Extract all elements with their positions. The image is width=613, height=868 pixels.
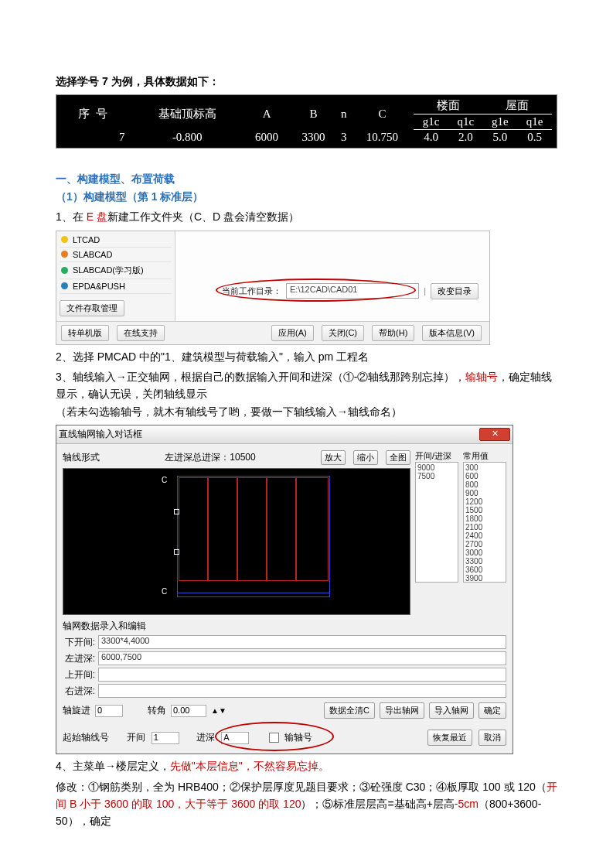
axis-rotate-input[interactable]: 0 — [95, 705, 123, 717]
import-grid-button[interactable]: 导入轴网 — [429, 702, 474, 719]
hdr-base: 基础顶标高 — [131, 97, 243, 130]
sub-g1e: g1e — [483, 114, 518, 130]
convert-standalone-button[interactable]: 转单机版 — [61, 325, 109, 341]
workdir-label: 当前工作目录： — [222, 285, 281, 297]
intro-heading: 选择学号 7 为例，具体数据如下： — [56, 73, 557, 90]
cell-A: 6000 — [243, 130, 290, 145]
left-depth-label: 左进深: — [63, 652, 95, 665]
stepper-icon[interactable]: ▲▼ — [211, 706, 226, 715]
start-axis-label: 起始轴线号 — [63, 731, 109, 744]
step-1: 1、在 E 盘新建工作文件夹（C、D 盘会清空数据） — [56, 208, 557, 225]
axis-grid-dialog: 直线轴网输入对话框 ✕ 轴线形式 左进深总进深：10500 放大 缩小 全图 — [56, 425, 513, 754]
hdr-roof: 屋面 — [483, 97, 552, 114]
hdr-A: A — [243, 97, 290, 130]
version-info-button[interactable]: 版本信息(V) — [422, 325, 482, 341]
sidebar-item-slabcad[interactable]: SLABCAD — [60, 248, 172, 262]
cell-base: -0.800 — [131, 130, 243, 145]
grid-data-section-label: 轴网数据录入和编辑 — [63, 620, 506, 633]
cell-g1e: 5.0 — [483, 130, 518, 145]
step-2: 2、选择 PMCAD 中的"1、建筑模型与荷载输入"，输入 pm 工程名 — [56, 348, 557, 365]
data-table-screenshot: 序号 基础顶标高 A B n C 楼面 屋面 g1c q1c g1e q1e 7… — [56, 94, 557, 149]
module-icon — [61, 251, 68, 258]
left-depth-input[interactable]: 6000,7500 — [98, 651, 506, 665]
sub-q1e: q1e — [517, 114, 552, 130]
separator-icon: | — [424, 286, 426, 296]
common-values-list[interactable]: 3006008009001200150018002100240027003000… — [463, 462, 506, 583]
zoom-out-button[interactable]: 缩小 — [353, 450, 378, 465]
ok-button[interactable]: 确定 — [478, 702, 506, 719]
axis-grid-preview: C C — [140, 472, 333, 611]
change-dir-button[interactable]: 改变目录 — [431, 283, 478, 299]
depth-start-input[interactable]: A — [221, 732, 249, 744]
right-depth-label: 右进深: — [63, 685, 95, 698]
span-depth-list[interactable]: 90007500 — [415, 462, 458, 583]
subsection-1-heading: （1）构建模型（第 1 标准层） — [56, 190, 203, 203]
full-view-button[interactable]: 全图 — [386, 450, 410, 465]
sub-q1c: q1c — [448, 114, 483, 130]
close-icon[interactable]: ✕ — [479, 428, 510, 441]
span-start-label: 开间 — [127, 731, 145, 744]
workdir-input[interactable]: E:\12CAD\CAD01 — [286, 283, 419, 299]
axis-type-label: 轴线形式 — [63, 451, 100, 464]
module-sidebar: LTCAD SLABCAD SLABCAD(学习版) EPDA&PUSH 文件存… — [56, 231, 175, 321]
module-icon — [61, 236, 68, 243]
cell-q1c: 2.0 — [448, 130, 483, 145]
step-4-detail: 修改：①钢筋类别，全为 HRB400；②保护层厚度见题目要求；③砼强度 C30；… — [56, 778, 557, 830]
sidebar-item-ltcad[interactable]: LTCAD — [60, 233, 172, 248]
step-4: 4、主菜单→楼层定义，先做"本层信息"，不然容易忘掉。 — [56, 757, 557, 774]
lower-span-input[interactable]: 3300*4,4000 — [98, 635, 506, 649]
output-axis-checkbox[interactable] — [269, 733, 279, 743]
restore-recent-button[interactable]: 恢复最近 — [427, 730, 472, 746]
depth-start-label: 进深 — [196, 731, 215, 744]
export-grid-button[interactable]: 导出轴网 — [380, 702, 424, 719]
step-3: 3、轴线输入→正交轴网，根据自己的数据输入开间和进深（①-②轴线那跨别忘掉），输… — [56, 368, 557, 420]
lower-span-label: 下开间: — [63, 636, 95, 649]
close-button[interactable]: 关闭(C) — [322, 325, 364, 341]
hdr-C: C — [351, 97, 414, 130]
right-list-header: 常用值 — [463, 450, 506, 462]
sidebar-item-slabcad-study[interactable]: SLABCAD(学习版) — [60, 262, 172, 279]
file-storage-button[interactable]: 文件存取管理 — [60, 300, 124, 316]
help-button[interactable]: 帮助(H) — [372, 325, 414, 341]
axis-rotate-label: 轴旋进 — [63, 704, 90, 717]
cancel-button[interactable]: 取消 — [478, 730, 506, 746]
span-start-input[interactable]: 1 — [152, 732, 179, 744]
clear-all-button[interactable]: 数据全清C — [324, 702, 375, 719]
total-depth-label: 左进深总进深：10500 — [107, 451, 313, 464]
apply-button[interactable]: 应用(A) — [271, 325, 314, 341]
sidebar-item-epda[interactable]: EPDA&PUSH — [60, 279, 172, 294]
zoom-in-button[interactable]: 放大 — [321, 450, 346, 465]
hdr-seq: 序号 — [78, 108, 114, 120]
cell-C: 10.750 — [351, 130, 414, 145]
turn-angle-label: 转角 — [148, 704, 166, 717]
cell-g1c: 4.0 — [414, 130, 448, 145]
online-support-button[interactable]: 在线支持 — [117, 325, 165, 341]
turn-angle-input[interactable]: 0.00 — [171, 705, 206, 717]
cell-n: 3 — [337, 130, 351, 145]
sub-g1c: g1c — [414, 114, 448, 130]
module-icon — [61, 282, 68, 289]
pmcad-launcher-screenshot: LTCAD SLABCAD SLABCAD(学习版) EPDA&PUSH 文件存… — [56, 231, 490, 345]
output-axis-label: 输轴号 — [284, 732, 312, 743]
hdr-B: B — [290, 97, 336, 130]
hdr-floor: 楼面 — [414, 97, 482, 114]
right-depth-input[interactable] — [98, 684, 506, 698]
cell-B: 3300 — [290, 130, 336, 145]
hdr-n: n — [337, 97, 351, 130]
cell-q1e: 0.5 — [517, 130, 552, 145]
upper-span-input[interactable] — [98, 668, 506, 682]
module-icon — [61, 267, 68, 274]
cell-seq: 7 — [61, 130, 131, 145]
left-list-header: 开间/进深 — [415, 450, 458, 462]
dialog-title: 直线轴网输入对话框 — [59, 428, 142, 441]
section-1-heading: 一、构建模型、布置荷载 — [56, 173, 175, 185]
upper-span-label: 上开间: — [63, 668, 95, 682]
